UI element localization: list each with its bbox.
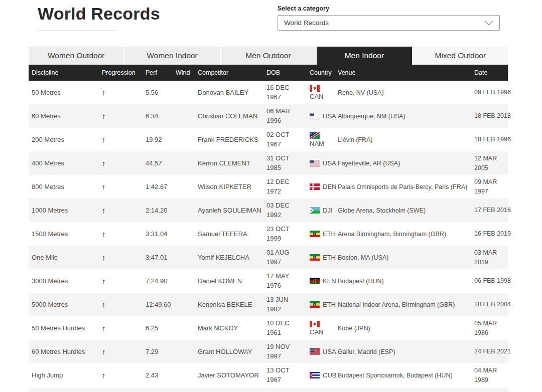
dob-text: 17 MAY 1976 bbox=[266, 272, 296, 291]
dob-cell: 03 DEC 1992 bbox=[263, 201, 307, 220]
date-text: 20 FEB 2004 bbox=[474, 301, 511, 308]
table-row: One Mile↑3:47.01Yomif KEJELCHA01 AUG 199… bbox=[29, 246, 508, 269]
venue-text: Budapest (HUN) bbox=[338, 278, 384, 285]
up-arrow-icon: ↑ bbox=[102, 112, 106, 120]
dob-cell: 02 OCT 1967 bbox=[263, 130, 307, 149]
perf-cell: 3:31.04 bbox=[143, 230, 173, 238]
competitor-cell: Wilson KIPKETER bbox=[195, 183, 263, 190]
dob-cell: 13 JUN 1982 bbox=[263, 295, 307, 314]
country-cell: USA bbox=[307, 112, 335, 120]
discipline-cell: One Mile bbox=[29, 254, 99, 261]
discipline-text: 60 Metres Hurdles bbox=[32, 348, 85, 355]
date-cell: 06 FEB 1998 bbox=[471, 276, 508, 285]
date-cell: 17 FEB 2016 bbox=[471, 206, 508, 215]
competitor-cell: Kerron CLEMENT bbox=[195, 159, 263, 167]
category-select[interactable]: World Records bbox=[278, 15, 500, 31]
table-row: 60 Metres Hurdles↑7.29Grant HOLLOWAY19 N… bbox=[29, 340, 508, 363]
date-cell: 18 FEB 1996 bbox=[471, 135, 508, 144]
discipline-text: 50 Metres Hurdles bbox=[32, 324, 85, 332]
country-code-text: USA bbox=[323, 348, 336, 355]
country-code-text: ETH bbox=[323, 254, 336, 261]
venue-cell: Albuquerque, NM (USA) bbox=[335, 112, 471, 120]
perf-cell: 7:24.90 bbox=[143, 277, 173, 285]
dob-text: 31 OCT 1985 bbox=[266, 154, 296, 173]
up-arrow-icon: ↑ bbox=[102, 277, 106, 285]
country-code-text: CAN bbox=[310, 93, 323, 100]
table-header: DisciplineProgressionPerfWindCompetitorD… bbox=[29, 65, 508, 81]
discipline-text: 1000 Metres bbox=[32, 207, 68, 214]
flag-den-icon bbox=[310, 183, 320, 190]
venue-text: Reno, NV (USA) bbox=[338, 89, 384, 96]
discipline-text: High Jump bbox=[32, 371, 63, 379]
progression-cell: ↑ bbox=[99, 371, 143, 379]
venue-text: Fayetteville, AR (USA) bbox=[338, 160, 400, 167]
country-cell: DEN bbox=[307, 183, 335, 190]
discipline-cell: 400 Metres bbox=[29, 159, 99, 167]
tab-men-indoor[interactable]: Men Indoor bbox=[317, 47, 412, 65]
date-cell: 05 MAR 1986 bbox=[471, 319, 508, 337]
perf-cell: 6.34 bbox=[143, 112, 173, 120]
progression-cell: ↑ bbox=[99, 253, 143, 262]
discipline-text: 50 Metres bbox=[32, 89, 61, 96]
venue-cell: Palais Omnisports de Paris-Bercy, Paris … bbox=[335, 183, 471, 190]
discipline-cell: 1000 Metres bbox=[29, 207, 99, 214]
dob-cell: 12 DEC 1972 bbox=[263, 177, 307, 197]
date-text: 12 MAR 2005 bbox=[474, 155, 497, 171]
tab-men-outdoor[interactable]: Men Outdoor bbox=[221, 47, 316, 65]
discipline-cell: 60 Metres bbox=[29, 112, 99, 120]
column-header-wind: Wind bbox=[173, 69, 195, 76]
venue-text: Boston, MA (USA) bbox=[338, 254, 388, 261]
competitor-text: Kerron CLEMENT bbox=[198, 159, 250, 167]
flag-cub-icon bbox=[310, 372, 320, 378]
country-cell: USA bbox=[307, 348, 335, 355]
country-cell: NAM bbox=[307, 132, 335, 147]
country-cell: ETH bbox=[307, 254, 335, 261]
perf-cell: 6.25 bbox=[143, 324, 173, 332]
tab-mixed-outdoor[interactable]: Mixed Outdoor bbox=[413, 47, 508, 65]
competitor-text: Javier SOTOMAYOR bbox=[198, 371, 259, 379]
progression-cell: ↑ bbox=[99, 159, 143, 167]
progression-cell: ↑ bbox=[99, 135, 143, 144]
competitor-text: Samuel TEFERA bbox=[198, 230, 247, 238]
perf-text: 44.57 bbox=[146, 159, 162, 167]
venue-cell: National Indoor Arena, Birmingham (GBR) bbox=[335, 301, 471, 308]
competitor-text: Donovan BAILEY bbox=[198, 89, 248, 96]
competitor-text: Wilson KIPKETER bbox=[198, 183, 251, 190]
dob-text: 03 DEC 1992 bbox=[266, 201, 296, 220]
competitor-text: Christian COLEMAN bbox=[198, 112, 257, 120]
flag-eth-icon bbox=[310, 254, 320, 261]
perf-text: 3:47.01 bbox=[146, 254, 167, 261]
dob-text: 02 OCT 1967 bbox=[266, 130, 296, 149]
date-text: 16 FEB 2019 bbox=[474, 230, 511, 237]
perf-text: 7:24.90 bbox=[146, 277, 167, 285]
table-row: 60 Metres↑6.34Christian COLEMAN06 MAR 19… bbox=[29, 104, 508, 128]
dob-text: 12 DEC 1972 bbox=[266, 177, 296, 197]
venue-text: Liévin (FRA) bbox=[338, 136, 372, 143]
title-underline bbox=[38, 31, 115, 31]
table-row: 3000 Metres↑7:24.90Daniel KOMEN17 MAY 19… bbox=[29, 269, 508, 293]
up-arrow-icon: ↑ bbox=[102, 253, 106, 262]
venue-text: Arena Birmingham, Birmingham (GBR) bbox=[338, 231, 446, 238]
progression-cell: ↑ bbox=[99, 347, 143, 356]
column-header-date: Date bbox=[471, 69, 508, 76]
competitor-cell: Grant HOLLOWAY bbox=[195, 348, 263, 355]
discipline-cell: 50 Metres Hurdles bbox=[29, 324, 99, 332]
column-header-country: Country bbox=[307, 69, 335, 76]
flag-eth-icon bbox=[310, 301, 320, 308]
tab-women-outdoor[interactable]: Women Outdoor bbox=[29, 47, 123, 65]
date-text: 05 MAR 1986 bbox=[474, 320, 497, 336]
dob-cell: 10 DEC 1961 bbox=[263, 319, 307, 338]
venue-cell: Liévin (FRA) bbox=[335, 136, 471, 143]
date-cell: 24 FEB 2021 bbox=[471, 347, 508, 356]
date-text: 03 MAR 2019 bbox=[474, 249, 497, 265]
flag-can-icon bbox=[310, 85, 320, 92]
up-arrow-icon: ↑ bbox=[102, 159, 106, 167]
competitor-text: Kenenisa BEKELE bbox=[198, 301, 252, 308]
discipline-cell: 800 Metres bbox=[29, 183, 99, 190]
progression-cell: ↑ bbox=[99, 88, 143, 97]
dob-cell: 19 NOV 1997 bbox=[263, 342, 307, 361]
tab-women-indoor[interactable]: Women Indoor bbox=[124, 47, 219, 65]
table-row: High Jump↑2.43Javier SOTOMAYOR13 OCT 196… bbox=[29, 363, 508, 387]
flag-usa-icon bbox=[310, 113, 320, 119]
competitor-text: Grant HOLLOWAY bbox=[198, 348, 252, 355]
